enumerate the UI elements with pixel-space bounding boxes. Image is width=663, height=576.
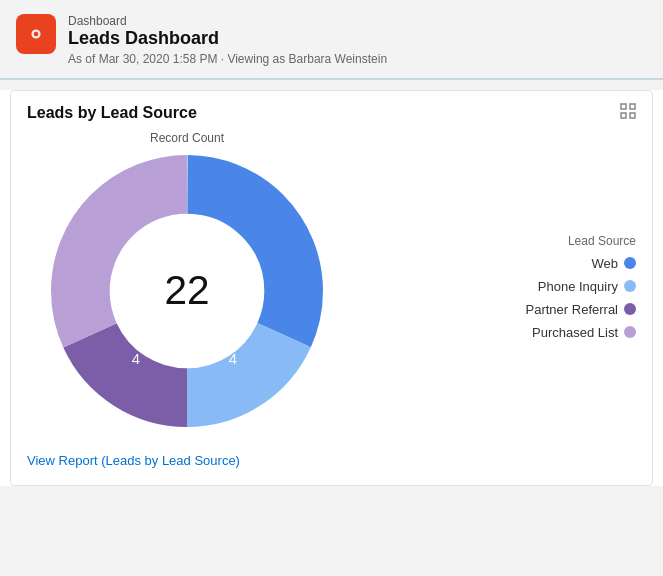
purchased-label: 7 (117, 255, 125, 272)
legend-dot-web (624, 257, 636, 269)
legend-item-phone: Phone Inquiry (367, 279, 636, 294)
chart-legend: Lead Source Web Phone Inquiry Partner Re… (347, 234, 636, 348)
partner-label: 4 (132, 349, 140, 366)
legend-label-web: Web (592, 256, 619, 271)
view-report-link[interactable]: View Report (Leads by Lead Source) (27, 453, 240, 468)
legend-item-purchased: Purchased List (367, 325, 636, 340)
legend-title: Lead Source (367, 234, 636, 248)
chart-card: Leads by Lead Source Record Count (10, 90, 653, 486)
donut-svg: 22 7 4 4 7 (27, 131, 347, 451)
legend-item-partner: Partner Referral (367, 302, 636, 317)
main-content: Leads by Lead Source Record Count (0, 90, 663, 486)
chart-card-header: Leads by Lead Source (27, 103, 636, 123)
page-header: Dashboard Leads Dashboard As of Mar 30, … (0, 0, 663, 80)
expand-icon[interactable] (620, 103, 636, 123)
svg-rect-6 (630, 113, 635, 118)
legend-label-partner: Partner Referral (526, 302, 618, 317)
dashboard-meta: As of Mar 30, 2020 1:58 PM · Viewing as … (68, 52, 387, 66)
dashboard-category: Dashboard (68, 14, 387, 28)
dashboard-title: Leads Dashboard (68, 28, 387, 50)
legend-item-web: Web (367, 256, 636, 271)
donut-chart: Record Count (27, 131, 347, 451)
donut-total: 22 (164, 266, 209, 312)
header-text: Dashboard Leads Dashboard As of Mar 30, … (68, 14, 387, 66)
phone-label: 4 (229, 349, 237, 366)
record-count-label: Record Count (150, 131, 224, 145)
legend-label-purchased: Purchased List (532, 325, 618, 340)
web-label: 7 (249, 253, 257, 270)
chart-title: Leads by Lead Source (27, 104, 197, 122)
legend-dot-purchased (624, 326, 636, 338)
svg-rect-4 (630, 104, 635, 109)
legend-label-phone: Phone Inquiry (538, 279, 618, 294)
svg-point-2 (34, 32, 39, 37)
legend-dot-phone (624, 280, 636, 292)
svg-rect-5 (621, 113, 626, 118)
app-icon (16, 14, 56, 54)
svg-rect-3 (621, 104, 626, 109)
legend-dot-partner (624, 303, 636, 315)
chart-area: Record Count (27, 131, 636, 451)
